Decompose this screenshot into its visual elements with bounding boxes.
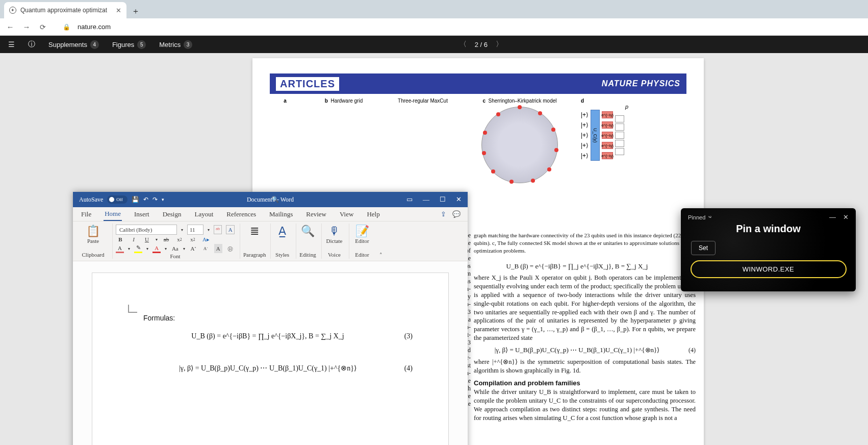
font-color-icon[interactable]: A: [116, 244, 124, 253]
tab-review[interactable]: Review: [305, 208, 327, 220]
reload-icon[interactable]: ⟳: [38, 23, 48, 31]
italic-icon[interactable]: I: [129, 235, 138, 244]
hamburger-icon[interactable]: ☰: [8, 40, 15, 48]
comments-icon[interactable]: 💬: [452, 210, 461, 218]
info-icon[interactable]: ⓘ: [28, 40, 35, 49]
undo-icon[interactable]: ↶: [143, 196, 148, 204]
subscript-icon[interactable]: x2: [175, 235, 184, 244]
highlight-icon[interactable]: ✎: [134, 244, 142, 253]
bold-icon[interactable]: B: [116, 235, 125, 244]
font-color2-icon[interactable]: A: [152, 244, 161, 253]
qat-more-icon[interactable]: ▾: [162, 197, 164, 202]
pinned-overlay[interactable]: Pinned ༄ — ✕ Pin a window Set WINWORD.EX…: [681, 208, 856, 291]
close-icon[interactable]: ✕: [456, 195, 462, 204]
pinned-heading: Pin a window: [688, 223, 849, 235]
pinned-close-icon[interactable]: ✕: [843, 213, 849, 221]
figures-tab[interactable]: Figures 5: [112, 40, 146, 49]
article-p3: While the driver unitary U_B is straight…: [474, 388, 696, 423]
quick-access-toolbar: AutoSave Off 💾 ↶ ↷ ▾: [79, 195, 164, 204]
enclose-icon[interactable]: ㊐: [226, 244, 235, 253]
ket-label: |+⟩: [581, 152, 589, 159]
article-subhead: Compilation and problem families: [474, 379, 696, 388]
styles-icon[interactable]: A̲: [274, 225, 291, 238]
article-right-column: graph matching the hardware connectivity…: [474, 232, 696, 422]
autosave-toggle[interactable]: Off: [107, 195, 127, 204]
font-size-select[interactable]: 11: [187, 225, 203, 235]
phase-block: e^{−iγ}: [602, 121, 613, 129]
pager-prev-icon[interactable]: 〈: [459, 40, 467, 49]
autosave-state: Off: [116, 197, 122, 202]
pinned-title: Pinned: [688, 214, 705, 220]
pager-next-icon[interactable]: 〉: [496, 40, 503, 49]
char-shading-icon[interactable]: A: [214, 244, 222, 253]
minimize-icon[interactable]: —: [423, 195, 429, 204]
shrink-font-icon[interactable]: A˅: [201, 244, 210, 253]
pinned-minimize-icon[interactable]: —: [829, 213, 836, 221]
paste-icon[interactable]: 📋: [79, 225, 107, 238]
text-effects-icon[interactable]: A▸: [201, 235, 211, 244]
doc-equation-3[interactable]: U_B (β) = e^{−iβB} = ∏_j e^{−iβX_j}, B =…: [143, 332, 392, 340]
tab-home[interactable]: Home: [104, 208, 122, 221]
dictate-icon[interactable]: 🎙: [325, 225, 344, 238]
article-p1: where X_j is the Pauli X operator on qub…: [474, 274, 696, 342]
editor-group-label: Editor: [352, 252, 372, 258]
measure-gate-icon: [615, 115, 624, 122]
tab-insert[interactable]: Insert: [133, 208, 150, 220]
measure-gate-icon: [615, 123, 624, 131]
tab-title: Quantum approximate optimizat: [20, 7, 107, 14]
panel-b2-title: Three-regular MaxCut: [387, 98, 458, 104]
new-tab-button[interactable]: ＋: [129, 4, 143, 18]
clipboard-group-label: Clipboard: [79, 252, 107, 258]
word-document-area[interactable]: Formulas: U_B (β) = e^{−iβB} = ∏_j e^{−i…: [73, 261, 468, 445]
tab-close-icon[interactable]: ✕: [116, 7, 121, 14]
doc-heading[interactable]: Formulas:: [143, 314, 413, 322]
collapse-ribbon-icon[interactable]: ˄: [377, 224, 385, 259]
editor-icon[interactable]: 📝: [352, 225, 372, 238]
url-text[interactable]: nature.com: [78, 23, 111, 31]
panel-d-label: d: [581, 98, 673, 104]
underline-icon[interactable]: U: [142, 235, 151, 244]
target-button[interactable]: WINWORD.EXE: [691, 260, 847, 278]
save-icon[interactable]: 💾: [132, 196, 139, 204]
find-icon[interactable]: 🔍: [299, 225, 316, 238]
redo-icon[interactable]: ↷: [152, 196, 158, 204]
supplements-count: 4: [90, 40, 99, 49]
figures-label: Figures: [112, 41, 134, 48]
doc-eq4-number[interactable]: (4): [392, 364, 413, 373]
char-border-icon[interactable]: A: [226, 225, 235, 234]
measure-gate-icon: [615, 140, 624, 147]
doc-equation-4[interactable]: |γ, β⟩ = U_B(β_p)U_C(γ_p) ⋯ U_B(β_1)U_C(…: [143, 364, 392, 373]
word-page[interactable]: Formulas: U_B (β) = e^{−iβB} = ∏_j e^{−i…: [92, 273, 449, 445]
grow-font-icon[interactable]: A˄: [189, 244, 197, 253]
clear-format-icon[interactable]: ᵃᵇ: [214, 225, 222, 234]
forward-icon[interactable]: →: [21, 22, 32, 31]
tab-file[interactable]: File: [80, 208, 92, 220]
tab-view[interactable]: View: [339, 208, 354, 220]
supplements-tab[interactable]: Supplements 4: [48, 40, 99, 49]
back-icon[interactable]: ←: [5, 22, 15, 31]
tab-design[interactable]: Design: [162, 208, 183, 220]
set-button[interactable]: Set: [691, 241, 716, 255]
banner-right: NATURE PHYSICS: [602, 79, 680, 88]
paragraph-icon[interactable]: ≣: [243, 225, 265, 238]
word-titlebar[interactable]: AutoSave Off 💾 ↶ ↷ ▾ Document1 - Word 🔍 …: [73, 192, 468, 207]
phase-block: e^{−iγ}: [602, 142, 613, 149]
change-case-icon[interactable]: Aa: [171, 244, 179, 253]
doc-eq3-number[interactable]: (3): [392, 332, 413, 340]
tab-mailings[interactable]: Mailings: [268, 208, 294, 220]
strike-icon[interactable]: ab: [162, 235, 171, 244]
tab-layout[interactable]: Layout: [193, 208, 214, 220]
ribbon-display-icon[interactable]: ▭: [406, 195, 413, 204]
dictate-label: Dictate: [325, 238, 344, 244]
superscript-icon[interactable]: x2: [188, 235, 197, 244]
tab-references[interactable]: References: [225, 208, 257, 220]
lock-icon: 🔒: [61, 23, 71, 31]
supplements-label: Supplements: [48, 41, 87, 48]
share-icon[interactable]: ⇪: [441, 210, 446, 218]
tab-help[interactable]: Help: [366, 208, 380, 220]
browser-tab-active[interactable]: ✦ Quantum approximate optimizat ✕: [4, 2, 126, 18]
metrics-tab[interactable]: Metrics 3: [159, 40, 192, 49]
maximize-icon[interactable]: ☐: [440, 195, 446, 204]
banner-left: ARTICLES: [276, 77, 339, 91]
font-name-select[interactable]: Calibri (Body): [116, 225, 177, 235]
